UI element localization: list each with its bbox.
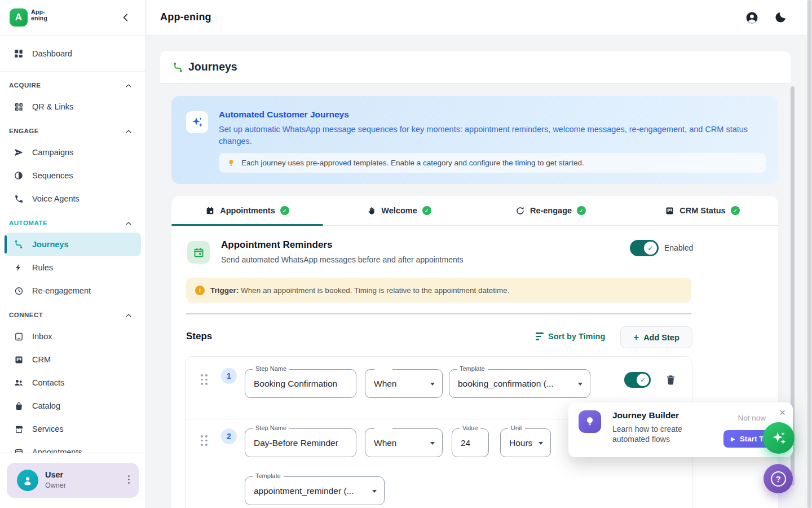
sort-by-timing-button[interactable]: Sort by Timing <box>536 332 605 341</box>
field-notch <box>374 428 392 430</box>
tab-appointments[interactable]: Appointments ✓ <box>171 196 323 225</box>
sidebar-item-label: QR & Links <box>32 102 73 111</box>
popup-subtitle: Learn how to create automated flows <box>612 424 682 444</box>
brand-logo-icon: A <box>10 8 28 27</box>
window-scrollbar[interactable] <box>807 0 812 508</box>
step-number-badge: 1 <box>221 368 237 384</box>
section-divider <box>186 313 691 314</box>
sort-label: Sort by Timing <box>548 332 605 341</box>
value-field[interactable]: Value <box>452 428 489 457</box>
tab-label: Re-engage <box>530 206 572 215</box>
send-icon <box>14 147 24 157</box>
sidebar-collapse-button[interactable] <box>121 12 131 23</box>
chevron-up-icon[interactable] <box>125 82 132 89</box>
step-enabled-toggle[interactable]: ✓ <box>624 372 651 388</box>
sidebar-item-sequences[interactable]: Sequences <box>5 164 141 187</box>
sidebar-item-voice-agents[interactable]: Voice Agents <box>5 187 141 211</box>
sidebar-item-qr-links[interactable]: QR & Links <box>5 95 141 119</box>
sidebar-item-crm[interactable]: CRM <box>5 348 141 371</box>
dark-mode-toggle[interactable] <box>774 11 788 25</box>
banner-body: Set up automatic WhatsApp message sequen… <box>219 124 769 147</box>
sidebar-item-dashboard[interactable]: Dashboard <box>5 42 141 65</box>
sidebar-item-label: Voice Agents <box>32 194 80 203</box>
section-label-automate[interactable]: AUTOMATE <box>9 220 47 226</box>
step-number-badge: 2 <box>221 428 237 444</box>
section-label-connect[interactable]: CONNECT <box>9 312 43 318</box>
person-circle-icon <box>745 11 759 25</box>
journeys-info-banner: Automated Customer Journeys Set up autom… <box>171 96 778 184</box>
field-notch <box>374 369 392 370</box>
trash-icon <box>665 374 677 386</box>
sidebar-item-label: Inbox <box>32 332 52 341</box>
user-menu-button[interactable] <box>128 475 130 484</box>
route-icon <box>14 239 24 249</box>
chevron-down-icon <box>430 442 435 445</box>
sort-icon <box>536 332 544 340</box>
sidebar-item-campaigns[interactable]: Campaigns <box>5 141 141 164</box>
sidebar-item-journeys[interactable]: Journeys <box>5 233 141 256</box>
delete-step-button[interactable] <box>665 374 677 386</box>
chevron-up-icon[interactable] <box>125 312 132 319</box>
user-role: Owner <box>45 481 66 489</box>
sidebar-item-label: CRM <box>32 355 51 364</box>
drag-handle-icon[interactable] <box>201 374 208 385</box>
sidebar-item-re-engagement[interactable]: Re-engagement <box>5 279 141 303</box>
sidebar-item-label: Re-engagement <box>32 286 91 295</box>
check-circle-icon: ✓ <box>577 206 586 215</box>
toggle-status-label: Enabled <box>664 243 693 252</box>
not-now-button[interactable]: Not now <box>738 414 766 422</box>
close-icon[interactable]: × <box>779 406 785 419</box>
storefront-icon <box>14 424 24 434</box>
person-icon <box>21 474 34 487</box>
account-button[interactable] <box>745 11 759 25</box>
help-fab[interactable]: ? <box>764 464 793 493</box>
sidebar-item-rules[interactable]: Rules <box>5 256 141 279</box>
section-label-acquire[interactable]: ACQUIRE <box>9 82 41 89</box>
clock-icon <box>14 286 24 296</box>
sidebar-item-contacts[interactable]: Contacts <box>5 371 141 395</box>
sidebar-item-catalog[interactable]: Catalog <box>5 394 141 418</box>
top-header: App-ening <box>147 0 812 36</box>
step-name-input[interactable] <box>254 370 351 397</box>
category-enabled-toggle[interactable]: ✓ <box>630 240 659 256</box>
step-name-field[interactable]: Step Name <box>245 369 356 398</box>
trigger-text: When an appointment is booked. Timing is… <box>241 286 510 295</box>
sidebar-item-inbox[interactable]: Inbox <box>5 325 141 348</box>
sidebar-divider <box>0 71 145 72</box>
sidebar-item-label: Campaigns <box>32 148 73 157</box>
tab-welcome[interactable]: Welcome ✓ <box>323 196 475 225</box>
tab-re-engage[interactable]: Re-engage ✓ <box>475 196 626 225</box>
phone-icon <box>14 194 24 204</box>
value-input[interactable] <box>461 429 484 457</box>
unit-select[interactable]: Unit Hours <box>500 428 551 457</box>
kanban-icon <box>14 354 24 365</box>
ai-assistant-fab[interactable] <box>763 422 795 454</box>
when-select[interactable]: When <box>365 428 443 457</box>
field-label: Template <box>457 365 488 372</box>
banner-tip: Each journey uses pre-approved templates… <box>219 153 766 173</box>
sparkles-icon <box>186 111 208 133</box>
category-tabs: Appointments ✓ Welcome ✓ Re-engage ✓ CRM… <box>171 196 778 226</box>
sidebar-item-label: Sequences <box>32 171 73 180</box>
tab-crm-status[interactable]: CRM Status ✓ <box>626 196 778 225</box>
drag-handle-icon[interactable] <box>201 435 208 446</box>
template-select[interactable]: Template appointment_reminder (... <box>245 476 385 505</box>
add-step-button[interactable]: + Add Step <box>620 326 692 348</box>
template-select[interactable]: Template booking_confirmation (... <box>449 369 590 398</box>
popup-title: Journey Builder <box>612 410 679 421</box>
section-label-engage[interactable]: ENGAGE <box>9 128 39 134</box>
select-value: When <box>374 438 426 448</box>
step-name-field[interactable]: Step Name <box>245 428 356 457</box>
category-subtitle: Send automated WhatsApp messages before … <box>221 255 464 264</box>
chevron-up-icon[interactable] <box>125 220 132 227</box>
step-name-input[interactable] <box>254 429 351 457</box>
brand-name: App- ening <box>31 9 47 21</box>
sidebar-item-services[interactable]: Services <box>5 417 141 441</box>
people-icon <box>14 378 24 388</box>
chevron-up-icon[interactable] <box>125 128 132 135</box>
user-card[interactable]: User Owner <box>7 463 139 498</box>
sidebar-logo-row: A App- ening <box>0 0 145 36</box>
when-select[interactable]: When <box>365 369 443 398</box>
sparkles-icon <box>770 430 787 446</box>
chevron-left-icon <box>121 12 131 23</box>
